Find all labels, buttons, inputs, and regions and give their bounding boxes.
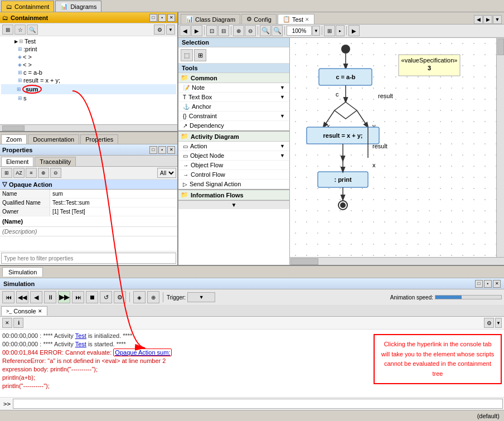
anchor-item[interactable]: ⚓ Anchor: [178, 102, 289, 112]
class-diagram-tab[interactable]: 📊 Class Diagram: [181, 14, 240, 24]
tb-play-btn[interactable]: ▶: [348, 25, 360, 36]
sim-restore-btn[interactable]: ▪: [484, 280, 492, 288]
dependency-item[interactable]: ↗ Dependency: [178, 121, 289, 130]
console-clear-btn[interactable]: ✕: [2, 318, 12, 328]
speed-slider-track[interactable]: [435, 295, 502, 299]
console-tab[interactable]: >_ Console ✕: [1, 306, 47, 316]
props-expand-btn[interactable]: ⊕: [38, 168, 49, 178]
opaque-action-link[interactable]: Opaque Action sum:: [113, 349, 172, 356]
control-flow-item[interactable]: → Control Flow: [178, 170, 289, 180]
tree-item[interactable]: ◈ < >: [1, 61, 176, 69]
tools-section-header[interactable]: Tools: [178, 64, 289, 73]
sim-settings-btn[interactable]: ⚙: [114, 291, 126, 303]
select-all-btn[interactable]: ⊞: [194, 49, 206, 61]
sim-stop-btn[interactable]: ⏹: [86, 291, 98, 303]
test-close-btn[interactable]: ✕: [305, 17, 309, 22]
sim-minimize-btn[interactable]: □: [475, 280, 483, 288]
nav-list-btn[interactable]: ▼: [493, 15, 502, 24]
diagrams-tab[interactable]: 📊 Diagrams: [55, 1, 101, 12]
nav-fwd-btn[interactable]: ▶: [483, 15, 492, 24]
select-tool-btn[interactable]: ⬚: [181, 49, 193, 61]
props-filter-select[interactable]: All: [157, 168, 176, 178]
tb-zoom-in-btn[interactable]: 🔍: [260, 25, 271, 36]
object-flow-item[interactable]: → Object Flow: [178, 161, 289, 170]
sim-back-btn[interactable]: ◀: [30, 291, 42, 303]
canvas-area[interactable]: c = a-b «valueSpecification» 3 c r: [290, 38, 496, 257]
console-settings-btn[interactable]: ⚙: [484, 318, 494, 328]
selection-section-header[interactable]: Selection: [178, 38, 289, 47]
props-list-btn[interactable]: ≡: [26, 168, 37, 178]
tb-zoom-out-btn[interactable]: 🔍: [272, 25, 283, 36]
info-flows-section-header[interactable]: 📁 Information Flows: [178, 189, 289, 200]
documentation-tab[interactable]: Documentation: [28, 134, 79, 144]
config-tab[interactable]: ⚙ Config: [241, 14, 277, 24]
element-tab[interactable]: Element: [1, 157, 33, 166]
props-close-btn[interactable]: ✕: [167, 146, 175, 154]
props-collapse-btn[interactable]: ⊖: [50, 168, 61, 178]
trigger-dropdown-btn[interactable]: ▼: [187, 292, 215, 302]
sum-tree-item[interactable]: ⊞ sum: [1, 84, 176, 94]
object-node-item[interactable]: ▭ Object Node ▼: [178, 151, 289, 161]
props-filter-input[interactable]: [1, 253, 176, 264]
tool-collapse-btn[interactable]: ⊞: [2, 25, 13, 35]
tb-fit-btn[interactable]: ⊡: [206, 25, 217, 36]
tree-item[interactable]: ⊞ result = x + y;: [1, 76, 176, 84]
tools-scroll-down[interactable]: ▼: [178, 200, 289, 209]
containment-minimize-btn[interactable]: □: [149, 14, 157, 22]
note-item[interactable]: 📝 Note ▼: [178, 83, 289, 93]
tb-more-btn[interactable]: ▸: [336, 25, 345, 36]
containment-tab[interactable]: 🗂 Containment: [1, 1, 54, 12]
tool-settings-btn[interactable]: ⚙: [154, 25, 165, 35]
tree-item[interactable]: ◈ < >: [1, 53, 176, 61]
props-sort-btn[interactable]: ⊞: [1, 168, 12, 178]
containment-restore-btn[interactable]: ▪: [158, 14, 166, 22]
props-restore-btn[interactable]: ▪: [158, 146, 166, 154]
tree-item[interactable]: ⊞ c = a-b: [1, 69, 176, 76]
containment-close-btn[interactable]: ✕: [167, 14, 175, 22]
zoom-tab[interactable]: Zoom: [1, 134, 27, 144]
canvas-hscrollbar[interactable]: [290, 257, 504, 265]
tb-actual-btn[interactable]: ⊟: [218, 25, 229, 36]
tree-item[interactable]: ▶ ⊞ Test: [1, 37, 176, 45]
tb-grid-btn[interactable]: ⊞: [324, 25, 335, 36]
sim-extra1-btn[interactable]: ◈: [133, 291, 146, 303]
tool-star-btn[interactable]: ☆: [14, 25, 26, 35]
tool-search-btn[interactable]: 🔍: [27, 25, 38, 35]
tree-item[interactable]: ⊞ :print: [1, 45, 176, 53]
props-minimize-btn[interactable]: □: [149, 146, 157, 154]
nav-back-btn[interactable]: ◀: [474, 15, 483, 24]
props-az-btn[interactable]: AZ: [13, 168, 25, 178]
tb-btn4[interactable]: ⊖: [245, 25, 256, 36]
test-tab[interactable]: 📋 Test ✕: [278, 14, 314, 24]
console-settings-dropdown-btn[interactable]: ▼: [495, 318, 502, 328]
sim-close-btn[interactable]: ✕: [493, 280, 501, 288]
common-section-header[interactable]: 📁 Common: [178, 73, 289, 83]
console-close-btn[interactable]: ✕: [38, 308, 42, 314]
containment-hscrollbar[interactable]: [0, 124, 177, 131]
traceability-tab[interactable]: Traceability: [35, 157, 76, 166]
zoom-input[interactable]: [287, 26, 312, 36]
sim-pause-btn[interactable]: ⏸: [44, 291, 56, 303]
zoom-dropdown-btn[interactable]: ▼: [312, 26, 320, 36]
console-input[interactable]: [13, 399, 503, 409]
canvas-vscrollbar[interactable]: [496, 38, 504, 257]
send-signal-item[interactable]: ▷ Send Signal Action: [178, 180, 289, 189]
tb-fwd-btn[interactable]: ▶: [191, 25, 202, 36]
activity-diagram-section-header[interactable]: 📁 Activity Diagram: [178, 130, 289, 142]
sim-prev-btn[interactable]: ◀◀: [16, 291, 28, 303]
tb-back-btn[interactable]: ◀: [180, 25, 191, 36]
tb-btn3[interactable]: ⊕: [233, 25, 244, 36]
textbox-item[interactable]: T Text Box ▼: [178, 93, 289, 102]
action-item[interactable]: ▭ Action ▼: [178, 142, 289, 151]
tool-dropdown-btn[interactable]: ▼: [166, 25, 175, 35]
sim-extra2-btn[interactable]: ⊕: [147, 291, 159, 303]
console-info-btn[interactable]: ℹ: [13, 318, 23, 328]
sim-refresh-btn[interactable]: ↺: [100, 291, 112, 303]
sim-start-btn[interactable]: ⏮: [2, 291, 14, 303]
sim-end-btn[interactable]: ⏭: [72, 291, 84, 303]
sim-ff-btn[interactable]: ▶▶: [58, 291, 70, 303]
tree-item[interactable]: ⊞ s: [1, 94, 176, 102]
constraint-item[interactable]: {} Constraint ▼: [178, 112, 289, 121]
simulation-tab[interactable]: Simulation: [2, 267, 43, 277]
properties-mini-tab[interactable]: Properties: [80, 134, 118, 144]
